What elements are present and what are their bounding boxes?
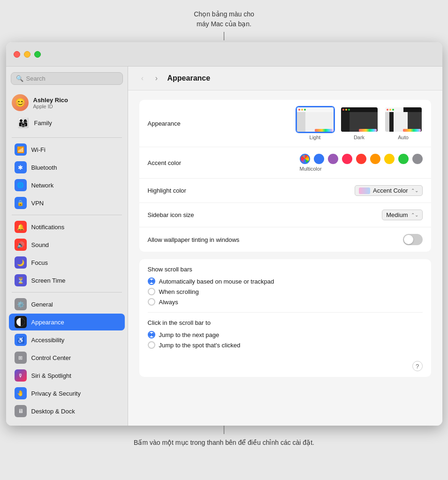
show-scroll-bars-group: Show scroll bars Automatically based on … <box>139 259 431 312</box>
accent-color-label: Accent color <box>148 159 232 166</box>
appearance-control: Light <box>232 106 423 140</box>
click-scroll-bar-group: Click in the scroll bar to Jump to the n… <box>139 313 431 355</box>
sidebar-item-siri[interactable]: 🎙 Siri & Spotlight <box>9 367 125 384</box>
sidebar-item-label-accessibility: Accessibility <box>31 337 65 344</box>
sidebar-item-bluetooth[interactable]: ✱ Bluetooth <box>9 159 125 176</box>
scroll-option-auto[interactable]: Automatically based on mouse or trackpad <box>148 278 423 285</box>
sidebar-item-appearance[interactable]: Appearance <box>9 314 125 330</box>
page-title: Appearance <box>167 74 211 82</box>
highlight-color-row: Highlight color Accent Color ⌃⌄ <box>139 179 431 203</box>
appearance-option-light-label: Light <box>310 135 321 140</box>
click-radio-next-page <box>148 331 155 338</box>
click-option-next-page[interactable]: Jump to the next page <box>148 331 423 338</box>
sidebar-item-label-family: Family <box>34 120 52 127</box>
appearance-option-dark-label: Dark <box>354 135 364 140</box>
sidebar-item-vpn[interactable]: 🔒 VPN <box>9 195 125 211</box>
sidebar-item-label-vpn: VPN <box>31 200 44 207</box>
accent-dot-green[interactable] <box>398 154 409 164</box>
search-bar[interactable]: 🔍 Search <box>11 72 123 85</box>
vpn-icon: 🔒 <box>15 197 27 209</box>
sidebar-item-focus[interactable]: 🌙 Focus <box>9 254 125 271</box>
minimize-button[interactable] <box>24 51 30 58</box>
highlight-selector[interactable]: Accent Color ⌃⌄ <box>355 185 422 196</box>
sidebar-item-network[interactable]: 🌐 Network <box>9 177 125 194</box>
sidebar-item-label-siri: Siri & Spotlight <box>31 372 71 379</box>
titlebar <box>6 42 442 67</box>
accessibility-icon: ♿ <box>15 334 27 346</box>
annotation-bottom-text: Bấm vào một mục trong thanh bên để điều … <box>134 439 314 446</box>
user-subtitle: Apple ID <box>33 104 68 109</box>
appearance-option-dark[interactable]: Dark <box>340 106 379 140</box>
accent-color-row-items <box>300 154 423 164</box>
scroll-option-scrolling[interactable]: When scrolling <box>148 288 423 295</box>
sidebar: 🔍 Search 😊 Ashley Rico Apple ID 👨‍👩‍👧 Fa… <box>6 67 128 426</box>
sidebar-item-label-focus: Focus <box>31 259 48 266</box>
main-content: ‹ › Appearance Appearance <box>128 67 442 426</box>
appearance-option-auto[interactable]: Auto <box>384 106 423 140</box>
user-section: 😊 Ashley Rico Apple ID 👨‍👩‍👧 Family <box>9 91 125 132</box>
forward-button[interactable]: › <box>152 73 162 83</box>
family-icon: 👨‍👩‍👧 <box>17 117 30 129</box>
sidebar-item-privacy[interactable]: 🤚 Privacy & Security <box>9 385 125 402</box>
sidebar-item-label-privacy: Privacy & Security <box>31 390 81 397</box>
sidebar-item-family[interactable]: 👨‍👩‍👧 Family <box>12 114 122 131</box>
accent-dot-red[interactable] <box>356 154 366 164</box>
maximize-button[interactable] <box>34 51 41 58</box>
callout-line-bottom <box>224 426 224 434</box>
desktop-icon: 🖥 <box>15 405 27 417</box>
accent-dot-multicolor[interactable] <box>300 154 310 164</box>
focus-icon: 🌙 <box>15 256 27 269</box>
accent-dot-orange[interactable] <box>370 154 380 164</box>
back-button[interactable]: ‹ <box>137 73 148 83</box>
accent-dot-graphite[interactable] <box>412 154 423 164</box>
accent-dot-blue[interactable] <box>314 154 324 164</box>
close-button[interactable] <box>14 51 20 58</box>
sidebar-icon-size-label: Sidebar icon size <box>148 211 232 218</box>
callout-line <box>224 32 224 40</box>
sidebar-icon-size-control: Medium ⌃⌄ <box>232 210 423 220</box>
sidebar-divider-2 <box>12 215 122 215</box>
search-icon: 🔍 <box>16 75 23 82</box>
size-selector[interactable]: Medium ⌃⌄ <box>382 210 422 220</box>
system-preferences-window: 🔍 Search 😊 Ashley Rico Apple ID 👨‍👩‍👧 Fa… <box>6 42 442 426</box>
sidebar-item-label-appearance: Appearance <box>31 319 64 326</box>
help-button[interactable]: ? <box>412 361 423 371</box>
sidebar-item-wifi[interactable]: 📶 Wi-Fi <box>9 141 125 158</box>
size-value: Medium <box>386 211 408 218</box>
sidebar-item-general[interactable]: ⚙️ General <box>9 296 125 313</box>
click-scroll-bar-label: Click in the scroll bar to <box>148 319 423 326</box>
bluetooth-icon: ✱ <box>15 161 27 173</box>
click-label-next-page: Jump to the next page <box>159 331 220 338</box>
accent-dot-purple[interactable] <box>328 154 338 164</box>
sidebar-item-screentime[interactable]: ⏳ Screen Time <box>9 272 125 289</box>
click-label-clicked-spot: Jump to the spot that's clicked <box>159 342 241 349</box>
sidebar-item-label-desktop: Desktop & Dock <box>31 408 75 415</box>
wallpaper-tinting-toggle[interactable] <box>403 234 423 245</box>
scroll-option-always[interactable]: Always <box>148 298 423 306</box>
accent-dot-yellow[interactable] <box>384 154 395 164</box>
highlight-value: Accent Color <box>373 187 408 194</box>
accent-dot-pink[interactable] <box>342 154 352 164</box>
sidebar-divider-3 <box>12 292 122 292</box>
sidebar-item-sound[interactable]: 🔊 Sound <box>9 236 125 253</box>
annotation-bottom-container: Bấm vào một mục trong thanh bên để điều … <box>134 438 314 448</box>
size-dropdown-arrows: ⌃⌄ <box>411 212 418 218</box>
sidebar-item-label-network: Network <box>31 182 54 189</box>
user-info: Ashley Rico Apple ID <box>33 97 68 109</box>
sidebar-item-notifications[interactable]: 🔔 Notifications <box>9 218 125 235</box>
highlight-color-label: Highlight color <box>148 187 232 194</box>
appearance-option-light[interactable]: Light <box>296 106 334 140</box>
scroll-label-always: Always <box>159 299 178 306</box>
click-option-clicked-spot[interactable]: Jump to the spot that's clicked <box>148 341 423 349</box>
sidebar-item-controlcenter[interactable]: ⊞ Control Center <box>9 349 125 366</box>
sidebar-item-label-notifications: Notifications <box>31 224 65 231</box>
annotation-top-container: Chọn bảng màu cho máy Mac của bạn. <box>194 9 254 30</box>
appearance-label: Appearance <box>148 120 232 127</box>
user-item[interactable]: 😊 Ashley Rico Apple ID <box>9 91 125 114</box>
highlight-preview <box>359 188 370 194</box>
siri-icon: 🎙 <box>15 369 27 382</box>
wallpaper-tinting-row: Allow wallpaper tinting in windows <box>139 227 431 252</box>
sidebar-item-accessibility[interactable]: ♿ Accessibility <box>9 331 125 348</box>
sidebar-divider-1 <box>12 137 122 138</box>
sidebar-item-desktop[interactable]: 🖥 Desktop & Dock <box>9 403 125 420</box>
